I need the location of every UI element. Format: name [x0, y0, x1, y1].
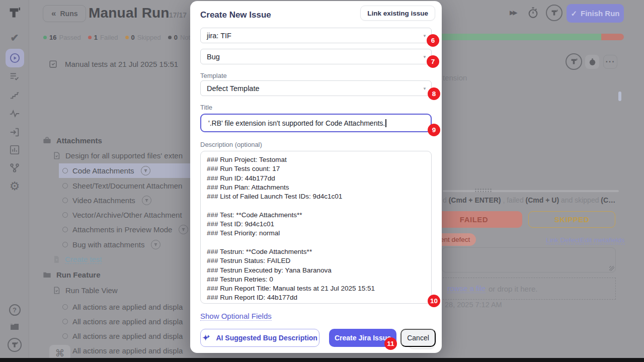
- status-shortcuts-hint: d (Cmd + ENTER) , failed (Cmd + U) and s…: [443, 196, 615, 204]
- tree-test-preview-mode[interactable]: Attachments in Preview Mode: [62, 222, 188, 237]
- finish-run-button[interactable]: ✓ Finish Run: [567, 4, 624, 23]
- progress-failed-segment: [601, 34, 624, 40]
- issue-description-textarea[interactable]: ### Run Project: Testomat ### Run Tests …: [200, 151, 432, 304]
- testomat-mini-badge-icon: [179, 225, 188, 234]
- test-status-icon: [62, 183, 68, 189]
- tree-suite-attachments[interactable]: Attachments: [42, 133, 102, 148]
- folders-icon[interactable]: [0, 321, 29, 333]
- testomat-mini-badge-icon: [151, 240, 160, 249]
- tree-doc-run-table-view[interactable]: Run Table View: [52, 283, 118, 298]
- stat-skipped: 0Skipped: [125, 34, 161, 41]
- timestamp: 28, 2025 7:12 AM: [445, 301, 502, 309]
- step-badge-7: 7: [427, 55, 439, 68]
- tree-test-sheet[interactable]: Sheet/Text/Document Attachmen: [62, 178, 182, 193]
- back-chevrons-icon: «: [51, 9, 56, 19]
- test-status-icon: [62, 333, 68, 339]
- link-existing-issue-button[interactable]: Link existing issue: [360, 6, 435, 21]
- test-status-icon: [62, 242, 68, 247]
- link-defect-link[interactable]: Link Defect: [546, 236, 580, 244]
- tree-create-test[interactable]: Create test: [52, 252, 102, 266]
- timer-icon[interactable]: [527, 7, 539, 21]
- tree-folder-run-feature[interactable]: Run Feature: [42, 267, 101, 282]
- run-stats: 16Passed 1Failed 0Skipped 0Not Run: [43, 34, 204, 41]
- bar-chart-icon[interactable]: [0, 144, 29, 155]
- sign-in-icon[interactable]: [0, 127, 29, 138]
- skipped-dot-icon: [125, 36, 129, 39]
- testomat-badge-icon[interactable]: [546, 5, 562, 21]
- tree-test-action-row[interactable]: All actions are applied and displa: [62, 300, 183, 314]
- window-bottom-edge: [0, 358, 644, 362]
- tree-test-code-attachments[interactable]: Code Attachments: [62, 163, 150, 178]
- tree-doc-design[interactable]: Design for all supported files' exten: [52, 148, 183, 163]
- comment-textarea[interactable]: [442, 247, 616, 273]
- template-label: Template: [200, 72, 227, 79]
- play-run-icon[interactable]: [0, 52, 29, 64]
- steps-icon[interactable]: [0, 89, 29, 101]
- check-icon: ✓: [571, 9, 577, 18]
- tracker-select[interactable]: jira: TIF ▼: [200, 28, 432, 43]
- step-badge-11: 11: [384, 337, 397, 350]
- more-options-button[interactable]: ···: [603, 55, 617, 69]
- browse-file-link[interactable]: rowse a file: [447, 284, 486, 293]
- tree-test-action-row[interactable]: All actions are applied and displa: [62, 343, 183, 358]
- failed-dot-icon: [88, 36, 92, 39]
- help-icon[interactable]: ?: [0, 304, 29, 316]
- testomat-mini-badge-icon: [142, 196, 151, 205]
- show-optional-fields-link[interactable]: Show Optional Fields: [200, 312, 272, 321]
- modal-title: Create New Issue: [200, 10, 271, 20]
- fast-forward-icon[interactable]: ▶▶: [510, 9, 516, 16]
- step-badge-10: 10: [428, 295, 440, 307]
- back-to-runs-button[interactable]: « Runs: [43, 5, 86, 22]
- horizontal-scroll-track[interactable]: [443, 190, 619, 192]
- list-check-icon[interactable]: [0, 71, 29, 82]
- scrollbar-thumb[interactable]: [618, 92, 621, 101]
- chevron-down-icon: ▼: [423, 33, 427, 38]
- page-title: Manual Run: [89, 5, 170, 21]
- stopwatch-button[interactable]: [585, 55, 599, 69]
- edit-metafields-link[interactable]: Edit metafields: [580, 236, 625, 244]
- text-cursor: [385, 119, 386, 127]
- tree-test-vector[interactable]: Vector/Archive/Other Attachment: [62, 208, 182, 222]
- mark-skipped-button[interactable]: SKIPPED: [528, 211, 615, 228]
- notrun-dot-icon: [168, 36, 172, 39]
- run-progress-bar: [413, 34, 624, 40]
- testomat-logo-icon[interactable]: [0, 338, 29, 352]
- create-new-issue-modal: Create New Issue Link existing issue jir…: [190, 1, 442, 353]
- tree-test-action-row[interactable]: All actions are applied and displa: [62, 314, 183, 329]
- ai-suggested-description-button[interactable]: ✦✦ AI Suggested Bug Description: [200, 329, 319, 347]
- step-badge-6: 6: [427, 34, 439, 47]
- test-status-icon: [62, 212, 68, 218]
- run-header[interactable]: Manual tests at 21 Jul 2025 15:51: [48, 59, 178, 69]
- test-counter: 17/17: [169, 11, 187, 19]
- testomat-badge-icon[interactable]: [566, 53, 582, 70]
- pulse-icon[interactable]: [0, 108, 29, 119]
- tree-test-action-row[interactable]: All actions are applied and displa: [62, 329, 183, 343]
- description-label: Description (optional): [200, 141, 262, 148]
- check-icon[interactable]: ✔: [0, 33, 29, 43]
- tree-test-video[interactable]: Video Attachments: [62, 193, 151, 208]
- drag-handle-icon[interactable]: [474, 188, 492, 193]
- issue-type-select[interactable]: Bug ▼: [200, 49, 432, 64]
- test-status-icon: [62, 227, 68, 232]
- file-dropzone[interactable]: rowse a file or drop it here.: [433, 278, 616, 300]
- cancel-button[interactable]: Cancel: [400, 329, 436, 347]
- testomat-mini-badge-icon: [141, 166, 150, 175]
- testomat-logo-icon: [8, 6, 21, 22]
- test-status-icon: [62, 319, 68, 324]
- stat-passed: 16Passed: [43, 34, 81, 41]
- clipboard-check-icon: [48, 59, 58, 69]
- file-plus-icon: [52, 255, 60, 263]
- document-check-icon: [52, 151, 61, 160]
- runs-label: Runs: [60, 10, 77, 18]
- template-select[interactable]: Defect Template ▼: [200, 80, 432, 96]
- resize-handle-icon[interactable]: [609, 266, 614, 271]
- branch-icon[interactable]: [0, 162, 29, 173]
- step-badge-9: 9: [428, 124, 440, 136]
- folder-icon: [42, 270, 52, 280]
- test-tree: Manual tests at 21 Jul 2025 15:51 Attach…: [29, 55, 190, 358]
- gear-icon[interactable]: ⚙: [0, 180, 29, 192]
- issue-title-input[interactable]: '.RB' file extension isn't supported for…: [200, 114, 432, 132]
- tree-test-bug-with-attachments[interactable]: Bug with attachments: [62, 237, 160, 252]
- document-check-icon: [52, 286, 61, 295]
- test-status-icon: [62, 198, 68, 203]
